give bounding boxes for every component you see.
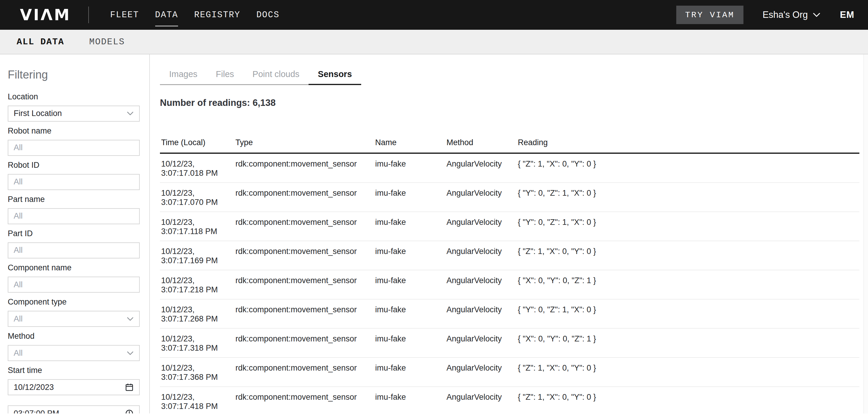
cell-type: rdk:component:movement_sensor [236,247,375,270]
component-name-label: Component name [8,263,140,273]
table-row: 10/12/23,3:07:17.070 PM rdk:component:mo… [160,183,859,212]
nav-link-registry[interactable]: REGISTRY [194,9,240,21]
cell-type: rdk:component:movement_sensor [236,392,375,414]
start-time-input[interactable]: 03:07:00 PM [8,405,140,413]
cell-name: imu-fake [375,363,446,386]
calendar-icon [125,383,134,392]
cell-type: rdk:component:movement_sensor [236,334,375,357]
location-value: First Location [14,109,127,118]
cell-method: AngularVelocity [446,218,518,241]
start-time-label: Start time [8,365,140,376]
cell-reading: { "Z": 1, "X": 0, "Y": 0 } [518,363,859,386]
cell-method: AngularVelocity [446,159,518,182]
cell-method: AngularVelocity [446,247,518,270]
robot-id-input[interactable] [8,174,140,190]
data-subnav: ALL DATA MODELS [0,30,868,54]
cell-reading: { "Z": 1, "X": 0, "Y": 0 } [518,392,859,414]
robot-name-label: Robot name [8,126,140,136]
cell-time: 10/12/23,3:07:17.070 PM [161,188,236,211]
chevron-down-icon [127,111,134,116]
cell-reading: { "X": 0, "Y": 0, "Z": 1 } [518,276,859,299]
part-name-input[interactable] [8,208,140,224]
component-name-field: Component name [8,263,140,293]
method-label: Method [8,331,140,342]
data-panel: Images Files Point clouds Sensors Number… [150,54,868,413]
tab-sensors[interactable]: Sensors [309,65,361,84]
cell-time: 10/12/23,3:07:17.118 PM [161,218,236,241]
tab-images[interactable]: Images [160,65,207,84]
cell-name: imu-fake [375,276,446,299]
cell-reading: { "Z": 1, "X": 0, "Y": 0 } [518,159,859,182]
column-header-name: Name [375,138,446,147]
subnav-item-all-data[interactable]: ALL DATA [17,37,64,47]
column-header-method: Method [446,138,518,147]
tab-point-clouds[interactable]: Point clouds [243,65,309,84]
cell-reading: { "Y": 0, "Z": 1, "X": 0 } [518,218,859,241]
chevron-down-icon [127,317,134,321]
part-id-label: Part ID [8,229,140,239]
subnav-item-models[interactable]: MODELS [89,37,125,47]
part-name-label: Part name [8,194,140,205]
location-label: Location [8,92,140,102]
sensor-readings-table: Time (Local) Type Name Method Reading 10… [160,138,859,414]
primary-nav: FLEET DATA REGISTRY DOCS [110,0,280,30]
try-viam-button[interactable]: TRY VIAM [676,6,743,24]
cell-method: AngularVelocity [446,363,518,386]
cell-method: AngularVelocity [446,392,518,414]
location-field: Location First Location [8,92,140,122]
chevron-down-icon [813,12,820,17]
data-type-tabs: Images Files Point clouds Sensors [160,65,361,85]
robot-name-input[interactable] [8,140,140,156]
method-value: All [14,349,127,358]
nav-link-data[interactable]: DATA [155,9,178,21]
cell-type: rdk:component:movement_sensor [236,159,375,182]
component-type-field: Component type All [8,297,140,327]
start-date-value: 10/12/2023 [14,383,125,392]
cell-name: imu-fake [375,188,446,211]
method-select[interactable]: All [8,345,140,361]
robot-id-label: Robot ID [8,160,140,170]
cell-reading: { "Y": 0, "Z": 1, "X": 0 } [518,305,859,328]
page-body: Filtering Location First Location Robot … [0,54,868,413]
table-header-row: Time (Local) Type Name Method Reading [160,138,859,154]
navbar-divider [88,6,89,23]
org-name: Esha's Org [763,9,808,20]
cell-name: imu-fake [375,305,446,328]
component-type-select[interactable]: All [8,311,140,327]
part-id-input[interactable] [8,242,140,259]
column-header-time: Time (Local) [161,138,236,147]
component-name-input[interactable] [8,276,140,293]
start-time-field: Start time 10/12/2023 03:07:00 PM [8,365,140,413]
navbar-right-group: TRY VIAM Esha's Org EM [676,6,854,24]
method-field: Method All [8,331,140,361]
cell-time: 10/12/23,3:07:17.218 PM [161,276,236,299]
part-id-field: Part ID [8,229,140,259]
cell-method: AngularVelocity [446,276,518,299]
component-type-value: All [14,314,127,324]
cell-method: AngularVelocity [446,305,518,328]
nav-link-fleet[interactable]: FLEET [110,9,139,21]
viam-logo[interactable]: VIΛM [20,7,71,23]
org-switcher-dropdown[interactable]: Esha's Org [763,9,820,20]
location-select[interactable]: First Location [8,106,140,122]
chevron-down-icon [127,351,134,355]
cell-method: AngularVelocity [446,334,518,357]
cell-reading: { "Z": 1, "X": 0, "Y": 0 } [518,247,859,270]
table-row: 10/12/23,3:07:17.318 PM rdk:component:mo… [160,329,859,358]
cell-type: rdk:component:movement_sensor [236,305,375,328]
tab-files[interactable]: Files [207,65,243,84]
table-row: 10/12/23,3:07:17.169 PM rdk:component:mo… [160,241,859,270]
cell-name: imu-fake [375,159,446,182]
cell-name: imu-fake [375,392,446,414]
cell-time: 10/12/23,3:07:17.018 PM [161,159,236,182]
table-row: 10/12/23,3:07:17.218 PM rdk:component:mo… [160,270,859,299]
cell-type: rdk:component:movement_sensor [236,276,375,299]
part-name-field: Part name [8,194,140,224]
user-avatar[interactable]: EM [840,9,855,20]
vertical-scrollbar[interactable] [864,54,868,413]
nav-link-docs[interactable]: DOCS [256,9,279,21]
table-row: 10/12/23,3:07:17.368 PM rdk:component:mo… [160,358,859,387]
start-date-input[interactable]: 10/12/2023 [8,379,140,395]
clock-icon [125,409,134,413]
cell-time: 10/12/23,3:07:17.268 PM [161,305,236,328]
